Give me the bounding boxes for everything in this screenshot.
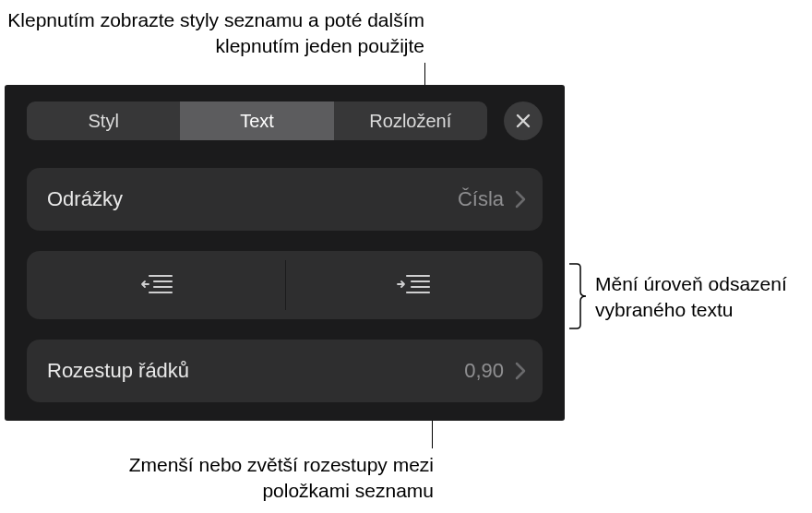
bullets-row[interactable]: Odrážky Čísla <box>27 168 543 231</box>
bullets-value: Čísla <box>458 187 504 211</box>
decrease-indent-icon <box>138 272 173 298</box>
line-spacing-row[interactable]: Rozestup řádků 0,90 <box>27 340 543 402</box>
increase-indent-icon <box>396 272 431 298</box>
line-spacing-value: 0,90 <box>464 359 504 383</box>
callout-list-styles: Klepnutím zobrazte styly seznamu a poté … <box>0 7 424 60</box>
indent-controls <box>27 251 543 319</box>
decrease-indent-button[interactable] <box>27 251 285 319</box>
tab-layout[interactable]: Rozložení <box>334 101 487 140</box>
callout-indent-level: Mění úroveň odsazení vybraného textu <box>595 271 812 324</box>
callout-line-spacing: Zmenší nebo zvětší rozestupy mezi položk… <box>37 452 434 505</box>
tab-text[interactable]: Text <box>180 101 333 140</box>
bullets-label: Odrážky <box>47 187 458 211</box>
format-tabs: Styl Text Rozložení <box>27 101 487 140</box>
indent-divider <box>285 260 286 310</box>
panel-rows: Odrážky Čísla <box>5 148 565 402</box>
panel-header: Styl Text Rozložení <box>5 85 565 148</box>
chevron-right-icon <box>515 362 526 380</box>
close-icon <box>515 113 531 129</box>
tab-style[interactable]: Styl <box>27 101 180 140</box>
chevron-right-icon <box>515 190 526 209</box>
callout-bracket <box>569 262 588 330</box>
close-button[interactable] <box>504 101 543 140</box>
format-panel: Styl Text Rozložení Odrážky Čísla <box>5 85 565 421</box>
line-spacing-label: Rozestup řádků <box>47 359 464 383</box>
increase-indent-button[interactable] <box>285 251 543 319</box>
